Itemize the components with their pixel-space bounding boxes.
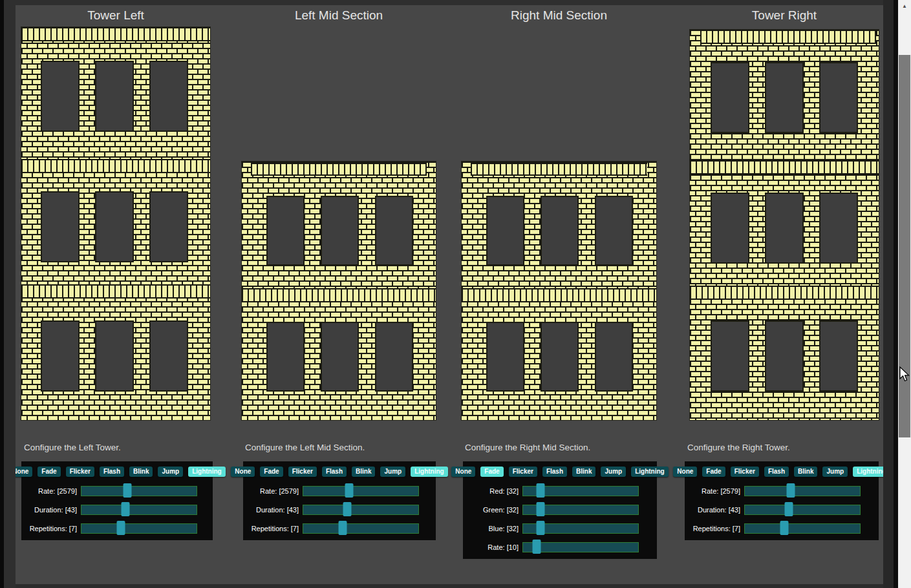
- soldier-course-band: [471, 163, 647, 176]
- window-frame-edge: [16, 584, 887, 588]
- slider-row-green: Green: [32]: [463, 500, 657, 519]
- effect-button-lightning[interactable]: Lightning: [411, 467, 448, 477]
- slider-thumb[interactable]: [787, 483, 795, 498]
- window-opening: [712, 194, 748, 262]
- slider-track[interactable]: [303, 505, 419, 515]
- soldier-course-band: [21, 284, 210, 299]
- slider-label: Green: [32]: [463, 506, 522, 514]
- effect-button-lightning[interactable]: Lightning: [188, 467, 226, 477]
- slider-label: Rate: [2579]: [243, 487, 303, 495]
- slider-thumb[interactable]: [343, 502, 351, 516]
- effect-button-none[interactable]: None: [673, 467, 697, 477]
- effect-button-flash[interactable]: Flash: [764, 467, 789, 477]
- soldier-course-band: [700, 30, 876, 44]
- effect-button-none[interactable]: None: [451, 467, 475, 477]
- window-frame-edge: [16, 0, 887, 5]
- effect-button-fade[interactable]: Fade: [702, 467, 725, 477]
- window-opening: [820, 194, 857, 262]
- window-opening: [596, 323, 632, 390]
- slider-thumb[interactable]: [536, 521, 544, 535]
- building-preview-tower-left: [21, 27, 210, 420]
- scrollbar-track[interactable]: ▲: [898, 0, 911, 588]
- config-heading-right-tower: Configure the Right Tower.: [687, 442, 790, 454]
- scrollbar-thumb[interactable]: [899, 55, 910, 437]
- slider-track[interactable]: [522, 486, 639, 496]
- slider-row-rate: Rate: [2579]: [21, 481, 213, 500]
- slider-label: Rate: [10]: [463, 543, 522, 551]
- window-frame-edge: [894, 0, 898, 588]
- slider-track[interactable]: [303, 486, 419, 496]
- slider-thumb[interactable]: [123, 483, 132, 498]
- window-opening: [96, 322, 133, 390]
- window-opening: [766, 63, 802, 132]
- slider-thumb[interactable]: [117, 521, 125, 535]
- slider-track[interactable]: [81, 523, 197, 534]
- slider-track[interactable]: [522, 505, 639, 515]
- slider-row-rate: Rate: [2579]: [243, 481, 436, 500]
- slider-label: Rate: [2579]: [685, 487, 744, 495]
- effect-button-fade[interactable]: Fade: [260, 467, 283, 477]
- slider-track[interactable]: [81, 505, 197, 515]
- window-opening: [151, 193, 187, 261]
- config-heading-right-mid: Configure the Right Mid Section.: [465, 442, 590, 454]
- window-opening: [712, 63, 748, 132]
- effect-button-flash[interactable]: Flash: [100, 467, 124, 477]
- slider-row-duration: Duration: [43]: [21, 500, 213, 519]
- window-opening: [268, 197, 303, 264]
- effect-button-jump[interactable]: Jump: [380, 467, 405, 477]
- soldier-course-band: [21, 159, 210, 173]
- slider-thumb[interactable]: [533, 540, 541, 554]
- slider-thumb[interactable]: [780, 521, 789, 535]
- window-opening: [268, 323, 303, 390]
- effect-button-blink[interactable]: Blink: [129, 467, 153, 477]
- effect-button-flash[interactable]: Flash: [322, 467, 347, 477]
- app-window: Tower Left Left Mid Section Right Mid Se…: [0, 0, 911, 588]
- effect-button-flicker[interactable]: Flicker: [288, 467, 317, 477]
- slider-row-rate: Rate: [2579]: [685, 481, 879, 500]
- effect-button-blink[interactable]: Blink: [794, 467, 817, 477]
- effects-panel-right-mid: None Fade Flicker Flash Blink Jump Light…: [463, 461, 657, 559]
- window-opening: [96, 193, 133, 261]
- slider-thumb[interactable]: [784, 502, 793, 516]
- slider-track[interactable]: [744, 486, 861, 496]
- section-title-left-mid: Left Mid Section: [242, 8, 436, 23]
- slider-row-duration: Duration: [43]: [243, 500, 436, 519]
- slider-track[interactable]: [744, 523, 861, 534]
- effect-button-jump[interactable]: Jump: [822, 467, 848, 477]
- effect-button-fade[interactable]: Fade: [480, 467, 503, 477]
- effect-button-flicker[interactable]: Flicker: [731, 467, 759, 477]
- window-opening: [488, 197, 523, 264]
- effect-button-flash[interactable]: Flash: [542, 467, 567, 477]
- effect-button-lightning[interactable]: Lightning: [631, 467, 669, 477]
- slider-label: Rate: [2579]: [21, 487, 81, 495]
- effect-button-jump[interactable]: Jump: [601, 467, 626, 477]
- window-opening: [151, 62, 187, 131]
- effect-button-row: None Fade Flicker Flash Blink Jump Light…: [246, 467, 433, 477]
- slider-thumb[interactable]: [339, 521, 347, 535]
- slider-track[interactable]: [522, 523, 639, 534]
- slider-thumb[interactable]: [536, 502, 544, 516]
- section-title-tower-left: Tower Left: [21, 8, 210, 23]
- slider-row-repetitions: Repetitions: [7]: [243, 519, 436, 538]
- effect-button-fade[interactable]: Fade: [38, 467, 60, 477]
- soldier-course-band: [251, 163, 427, 176]
- slider-track[interactable]: [744, 505, 861, 515]
- slider-thumb[interactable]: [345, 483, 354, 498]
- scrollbar-up-button[interactable]: ▲: [898, 0, 911, 12]
- effect-button-none[interactable]: None: [231, 467, 255, 477]
- slider-thumb[interactable]: [536, 483, 544, 498]
- soldier-course-band: [690, 160, 879, 174]
- window-opening: [820, 63, 857, 132]
- effect-button-blink[interactable]: Blink: [352, 467, 375, 477]
- slider-thumb[interactable]: [121, 502, 129, 516]
- slider-track[interactable]: [522, 542, 639, 552]
- slider-track[interactable]: [303, 523, 419, 534]
- building-preview-right-mid: [462, 162, 656, 420]
- effect-button-blink[interactable]: Blink: [572, 467, 595, 477]
- effect-button-flicker[interactable]: Flicker: [509, 467, 537, 477]
- effect-button-flicker[interactable]: Flicker: [66, 467, 94, 477]
- window-opening: [542, 197, 577, 264]
- slider-track[interactable]: [81, 486, 197, 496]
- effect-button-jump[interactable]: Jump: [158, 467, 183, 477]
- slider-row-red: Red: [32]: [463, 481, 657, 500]
